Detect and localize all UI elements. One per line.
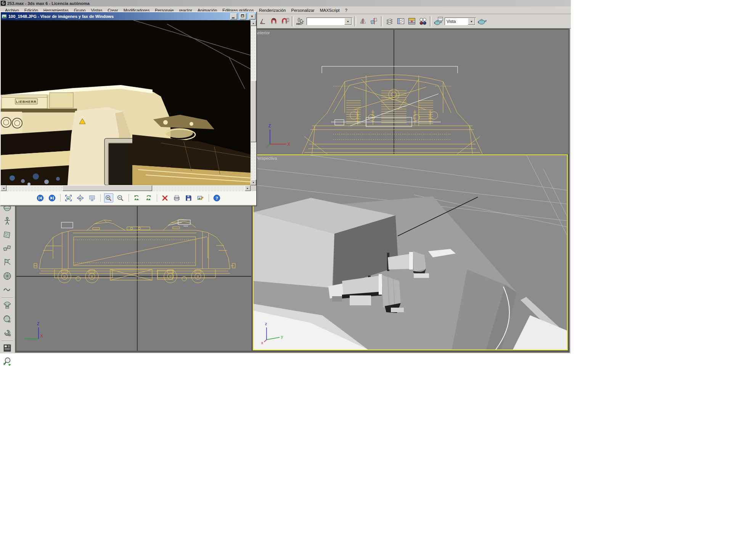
svg-text:ABC: ABC [296,22,302,25]
toolbar-separator [157,194,157,202]
viewport-front-label[interactable]: Anterior [255,30,270,35]
vertical-scrollbar[interactable]: ▲ ▼ [251,20,256,185]
render-type-combo[interactable]: Vista ▼ [445,18,476,25]
perspective-scene: z y x [254,155,567,350]
svg-text:{}: {} [297,17,300,22]
left-axis-tripod: Z X [25,322,43,339]
menu-renderizacion[interactable]: Renderización [256,7,288,13]
previous-image-icon[interactable] [36,193,45,202]
photo-area: LIEBHERR [1,20,251,185]
curve-editor-icon[interactable] [396,16,406,26]
render-scene-dialog-icon[interactable] [434,16,443,26]
angle-snap-icon[interactable] [258,16,268,26]
named-selection-combo[interactable]: ▼ [307,18,352,25]
zoom-out-icon[interactable] [116,193,125,202]
mirror-icon[interactable] [358,16,368,26]
svg-text:%: % [272,18,275,21]
material-editor-icon[interactable] [418,16,428,26]
reactor-ragdoll-icon[interactable] [2,257,13,268]
render-type-value: Vista [445,19,468,24]
front-axis-tripod: Z X [267,124,290,147]
delete-icon[interactable] [161,193,170,202]
zoom-in-icon[interactable] [104,193,113,202]
viewer-app-icon [2,14,7,19]
percent-snap-icon[interactable]: % [269,16,279,26]
toolbar-separator [129,194,129,202]
reactor-humanoid-icon[interactable] [2,216,13,226]
desktop: { "max_window": { "title": "253.max - 3d… [0,0,747,560]
quick-render-icon[interactable] [477,16,487,26]
reactor-cloth-collection-icon[interactable] [2,229,13,240]
best-fit-icon[interactable] [64,193,73,202]
reactor-rope-icon[interactable] [2,284,13,295]
chevron-down-icon[interactable]: ▼ [344,18,352,25]
maximize-button[interactable] [239,13,246,19]
menu-maxscript[interactable]: MAXScript [317,7,342,13]
rotate-counterclockwise-icon[interactable] [132,193,141,202]
schematic-view-icon[interactable] [407,16,417,26]
reactor-wheel-icon[interactable] [2,271,13,281]
svg-text:X: X [288,142,290,146]
reactor-apply-cloth-modifier-icon[interactable]: M [2,300,13,311]
reactor-apply-softbody-modifier-icon[interactable]: M [2,314,13,324]
svg-text:X: X [40,334,43,338]
align-icon[interactable] [369,16,379,26]
edit-icon[interactable] [196,193,205,202]
svg-text:M: M [6,305,9,308]
scroll-left-icon[interactable]: ◄ [1,185,6,191]
spinner-snap-icon[interactable] [280,16,290,26]
max-app-icon: G [1,1,6,6]
svg-text:Z: Z [37,322,39,326]
svg-text:M: M [8,320,11,323]
slideshow-icon[interactable] [88,193,97,202]
scroll-down-icon[interactable]: ▼ [251,180,256,185]
rotate-clockwise-icon[interactable] [144,193,153,202]
viewer-window-title: 100_1948.JPG - Visor de imágenes y fax d… [8,14,228,19]
toolbar-separator [60,194,61,202]
liebherr-logo: LIEBHERR [16,100,37,104]
viewport-front[interactable]: Anterior [254,30,569,154]
viewport-perspective[interactable]: Perspectiva [253,154,568,350]
svg-text:Z: Z [268,124,271,128]
layer-manager-icon[interactable] [385,16,395,26]
reactor-constraint-solver-icon[interactable] [2,243,13,254]
toolbar-separator [354,16,356,26]
toolbar-separator [2,298,13,298]
max-titlebar[interactable]: G 253.max - 3ds max 6 - Licencia autónom… [0,0,571,6]
menu-personalizar[interactable]: Personalizar [289,7,317,13]
next-image-icon[interactable] [48,193,57,202]
toolbar-separator [100,194,101,202]
reactor-preview-animation-icon[interactable] [2,356,13,367]
toolbar-separator [381,16,383,26]
help-icon[interactable]: ? [212,193,222,202]
menu-ayuda[interactable]: ? [342,7,350,13]
svg-text:z: z [265,322,267,326]
viewer-toolbar: ? [1,191,256,205]
reactor-open-property-editor-icon[interactable] [2,343,13,353]
minimize-button[interactable] [230,13,237,19]
toolbar-separator [430,16,432,26]
vertical-scroll-thumb[interactable] [251,80,256,142]
viewer-window: 100_1948.JPG - Visor de imágenes y fax d… [0,11,257,206]
named-selection-sets-icon[interactable]: {}ABC [296,16,305,26]
actual-size-icon[interactable] [76,193,85,202]
save-icon[interactable] [184,193,193,202]
front-wireframe: Z X [254,30,569,154]
svg-text:y: y [281,335,283,339]
chevron-down-icon[interactable]: ▼ [468,18,475,25]
svg-text:?: ? [215,196,218,200]
viewer-titlebar[interactable]: 100_1948.JPG - Visor de imágenes y fax d… [1,12,256,20]
horizontal-scrollbar[interactable]: ◄ ► [1,185,251,191]
horizontal-scroll-thumb[interactable] [63,185,152,191]
toolbar-separator [292,16,294,26]
svg-text:M: M [8,334,11,337]
scroll-up-icon[interactable]: ▲ [251,20,256,26]
reactor-apply-rope-modifier-icon[interactable]: M [2,327,13,338]
locomotive-photo: LIEBHERR [1,20,251,185]
scroll-right-icon[interactable]: ► [245,185,251,191]
close-button[interactable]: × [249,13,255,19]
viewport-perspective-label[interactable]: Perspectiva [255,156,277,160]
svg-text:x: x [261,341,263,345]
print-icon[interactable] [172,193,182,202]
toolbar-separator [2,341,13,342]
